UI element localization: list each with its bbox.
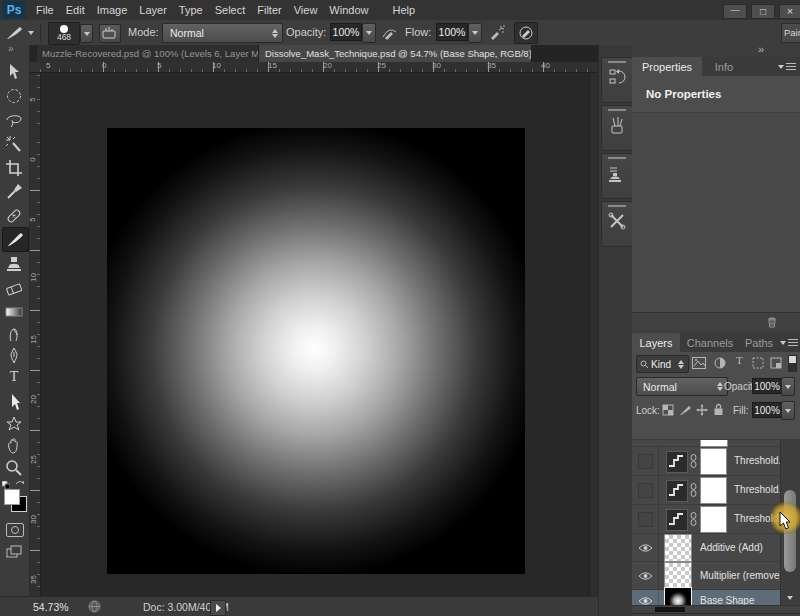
- workspace-switcher[interactable]: Pain: [781, 23, 800, 43]
- menu-file[interactable]: File: [30, 1, 60, 19]
- document-tab-inactive[interactable]: Muzzle-Recovered.psd @ 100% (Levels 6, L…: [37, 45, 259, 62]
- tab-properties[interactable]: Properties: [632, 57, 702, 76]
- foreground-color-swatch[interactable]: [4, 489, 20, 505]
- opacity-arrow[interactable]: [362, 23, 376, 43]
- filter-kind-dropdown[interactable]: Kind: [636, 355, 689, 373]
- brush-picker-arrow[interactable]: [80, 24, 93, 43]
- dock-cell-brush[interactable]: [601, 105, 633, 151]
- layer-mask-thumbnail[interactable]: [700, 448, 727, 475]
- scrollbar-down-arrow-icon[interactable]: [787, 596, 793, 600]
- menu-view[interactable]: View: [288, 1, 324, 19]
- layer-row-threshold-3[interactable]: Threshold...: [632, 505, 780, 534]
- brush-preset-picker[interactable]: 468: [48, 22, 80, 45]
- custom-shape-tool[interactable]: [4, 415, 24, 433]
- layer-row-threshold-2[interactable]: Threshold...: [632, 476, 780, 505]
- layer-thumbnail[interactable]: [664, 587, 692, 605]
- healing-brush-tool[interactable]: [4, 207, 24, 225]
- properties-menu-icon[interactable]: [778, 63, 796, 70]
- filter-type-icon[interactable]: T: [736, 354, 743, 366]
- menu-image[interactable]: Image: [91, 1, 134, 19]
- zoom-level-field[interactable]: 54.73%: [33, 601, 69, 613]
- layer-opacity-arrow[interactable]: [781, 377, 795, 396]
- eraser-tool[interactable]: [4, 279, 24, 297]
- magic-wand-tool[interactable]: [4, 135, 24, 153]
- visibility-well[interactable]: [632, 562, 659, 589]
- blend-mode-dropdown[interactable]: Normal: [636, 377, 728, 396]
- layer-thumbnail[interactable]: [664, 562, 692, 590]
- fill-arrow[interactable]: [781, 401, 795, 420]
- elliptical-marquee-tool[interactable]: [4, 87, 24, 105]
- lock-position-icon[interactable]: [696, 404, 708, 416]
- layer-name[interactable]: Additive (Add): [700, 542, 763, 553]
- canvas[interactable]: [107, 128, 525, 574]
- lock-all-icon[interactable]: [713, 403, 724, 416]
- dock-cell-history[interactable]: [601, 57, 633, 103]
- layer-opacity-value[interactable]: 100%: [752, 378, 782, 394]
- layers-hscroll-thumb[interactable]: [655, 607, 685, 612]
- window-minimize-button[interactable]: —: [723, 4, 747, 19]
- filter-adjustment-icon[interactable]: [714, 357, 726, 369]
- menu-filter[interactable]: Filter: [251, 1, 287, 19]
- quick-mask-button[interactable]: [6, 523, 24, 537]
- dock-cell-clone-source[interactable]: [601, 153, 633, 199]
- zoom-tool[interactable]: [4, 459, 24, 477]
- layers-menu-icon[interactable]: [780, 339, 798, 346]
- visibility-well[interactable]: [632, 447, 659, 475]
- brush-tool-selected[interactable]: [2, 227, 29, 252]
- menu-layer[interactable]: Layer: [133, 1, 173, 19]
- visibility-well[interactable]: [632, 534, 659, 561]
- document-tab-active[interactable]: Dissolve_Mask_Technique.psd @ 54.7% (Bas…: [259, 45, 531, 62]
- clone-stamp-tool[interactable]: [4, 255, 24, 273]
- opacity-value[interactable]: 100%: [330, 23, 362, 41]
- layer-name[interactable]: Threshold...: [734, 455, 780, 466]
- screen-mode-button[interactable]: [6, 545, 22, 558]
- layer-name[interactable]: Multiplier (remove): [700, 570, 780, 581]
- layer-row-base-shape-selected[interactable]: Base Shape: [632, 590, 780, 605]
- filter-toggle-switch[interactable]: [788, 355, 797, 372]
- type-tool[interactable]: T: [4, 369, 24, 385]
- pen-tool[interactable]: [4, 347, 24, 365]
- layer-thumbnail[interactable]: [664, 534, 692, 562]
- menu-edit[interactable]: Edit: [60, 1, 91, 19]
- flow-value[interactable]: 100%: [436, 23, 468, 41]
- collapse-panels-icon[interactable]: »: [758, 43, 764, 55]
- layer-row-threshold-1[interactable]: Threshold...: [632, 447, 780, 476]
- menu-type[interactable]: Type: [173, 1, 209, 19]
- toggle-brush-panel-button[interactable]: [99, 24, 121, 43]
- menu-window[interactable]: Window: [323, 1, 374, 19]
- tab-layers[interactable]: Layers: [632, 333, 680, 352]
- menu-help[interactable]: Help: [386, 1, 421, 19]
- brush-tool-icon[interactable]: [5, 24, 25, 41]
- default-colors-icon[interactable]: [2, 481, 10, 489]
- dock-cell-tool-presets[interactable]: [601, 201, 633, 247]
- properties-delete-icon[interactable]: [766, 316, 778, 328]
- layer-row-multiplier[interactable]: Multiplier (remove): [632, 562, 780, 590]
- status-flyout-button[interactable]: [210, 600, 226, 616]
- fill-value[interactable]: 100%: [752, 402, 782, 418]
- layer-mask-thumbnail[interactable]: [700, 506, 727, 533]
- path-selection-tool[interactable]: [4, 393, 24, 411]
- pressure-size-button[interactable]: [514, 22, 538, 44]
- eyedropper-tool[interactable]: [4, 183, 24, 201]
- toolbar-expand-icon[interactable]: »: [8, 43, 14, 54]
- tab-info[interactable]: Info: [704, 57, 744, 76]
- menu-select[interactable]: Select: [209, 1, 252, 19]
- mode-dropdown[interactable]: Normal: [162, 23, 283, 43]
- filter-pixel-icon[interactable]: [692, 357, 706, 369]
- window-maximize-button[interactable]: □: [751, 4, 775, 19]
- smudge-tool[interactable]: [4, 325, 24, 343]
- window-close-button[interactable]: ×: [779, 4, 800, 19]
- tab-paths[interactable]: Paths: [740, 333, 778, 352]
- visibility-well[interactable]: [632, 590, 659, 605]
- filter-shape-icon[interactable]: [752, 357, 764, 369]
- pressure-opacity-icon[interactable]: [381, 24, 398, 41]
- layer-name[interactable]: Threshold...: [734, 484, 780, 495]
- visibility-well[interactable]: [632, 505, 659, 533]
- lock-transparency-icon[interactable]: [662, 404, 674, 416]
- layer-name[interactable]: Base Shape: [700, 595, 755, 605]
- mask-link-icon[interactable]: [690, 454, 697, 468]
- crop-tool[interactable]: [4, 159, 24, 177]
- tool-preset-arrow-icon[interactable]: [28, 31, 34, 35]
- layer-mask-thumbnail[interactable]: [700, 477, 727, 504]
- layer-row-additive[interactable]: Additive (Add): [632, 534, 780, 562]
